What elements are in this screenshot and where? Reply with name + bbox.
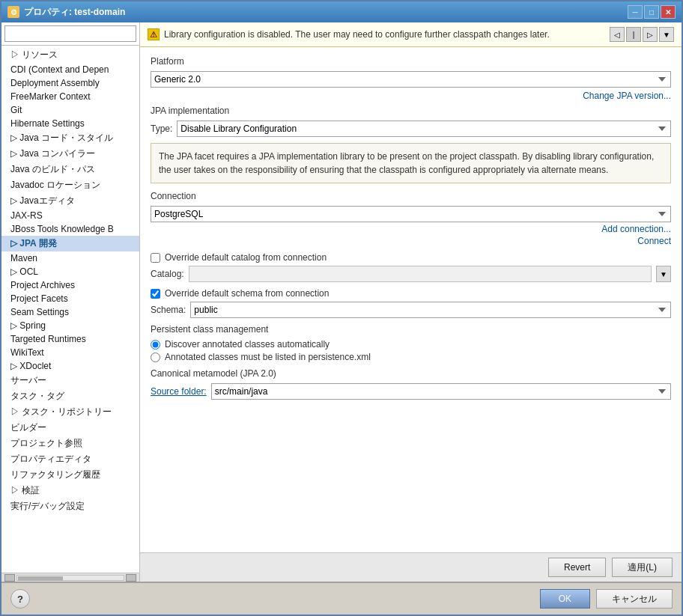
jpa-type-label: Type:: [151, 123, 172, 134]
window-controls: ─ □ ✕: [628, 5, 676, 19]
bottom-bar: Revert 適用(L): [140, 552, 682, 582]
nav-separator: |: [626, 27, 641, 42]
tree-item-freemarker[interactable]: FreeMarker Context: [1, 90, 139, 103]
change-jpa-link-container: Change JPA version...: [151, 91, 671, 101]
nav-forward-button[interactable]: ▷: [643, 27, 658, 42]
tree-item-targeted-runtimes[interactable]: Targeted Runtimes: [1, 332, 139, 346]
left-panel: ▷ リソース CDI (Context and Depen Deployment…: [1, 22, 140, 582]
help-button[interactable]: ?: [10, 589, 30, 609]
persistent-radio1-row: Discover annotated classes automatically: [151, 339, 671, 350]
jpa-label: JPA implementation: [151, 106, 671, 116]
platform-dropdown[interactable]: Generic 2.0: [151, 71, 671, 88]
tree-item-resources[interactable]: ▷ リソース: [1, 47, 139, 63]
tree-item-jpa[interactable]: ▷ JPA 開発: [1, 236, 139, 251]
jpa-type-row: Type: Disable Library Configuration: [151, 121, 671, 137]
tree-item-deployment-assembly[interactable]: Deployment Assembly: [1, 76, 139, 90]
tree-item-validation[interactable]: ▷ 検証: [1, 483, 139, 498]
tree-item-server[interactable]: サーバー: [1, 373, 139, 388]
persistent-radio2-row: Annotated classes must be listed in pers…: [151, 352, 671, 362]
tree-item-builder[interactable]: ビルダー: [1, 420, 139, 436]
canonical-label: Canonical metamodel (JPA 2.0): [151, 368, 671, 379]
tree-item-xdoclet[interactable]: ▷ XDoclet: [1, 359, 139, 373]
schema-dropdown[interactable]: public: [190, 302, 671, 318]
persistent-label: Persistent class management: [151, 324, 671, 335]
right-panel: ⚠ Library configuration is disabled. The…: [140, 22, 682, 582]
cancel-button[interactable]: キャンセル: [596, 589, 673, 609]
catalog-label: Catalog:: [151, 269, 184, 279]
override-catalog-checkbox[interactable]: [151, 253, 160, 263]
tree-item-maven[interactable]: Maven: [1, 251, 139, 265]
tree-item-java-code-style[interactable]: ▷ Java コード・スタイル: [1, 130, 139, 146]
connect-link[interactable]: Connect: [637, 236, 671, 246]
persistent-section: Persistent class management Discover ann…: [151, 324, 671, 362]
main-window: ⚙ プロパティ: test-domain ─ □ ✕ ▷ リソース CDI (C…: [0, 0, 683, 616]
catalog-dropdown-btn[interactable]: ▼: [656, 266, 671, 282]
maximize-button[interactable]: □: [644, 5, 659, 19]
source-folder-link[interactable]: Source folder:: [151, 386, 207, 397]
tree-item-java-compiler[interactable]: ▷ Java コンパイラー: [1, 146, 139, 162]
search-input[interactable]: [4, 25, 136, 42]
tree-item-git[interactable]: Git: [1, 103, 139, 117]
schema-label: Schema:: [151, 305, 186, 315]
scroll-left-btn[interactable]: [4, 574, 15, 582]
warning-nav: ◁ | ▷ ▼: [610, 27, 674, 42]
window-title: プロパティ: test-domain: [24, 6, 628, 19]
tree-item-properties-editor[interactable]: プロパティエディタ: [1, 451, 139, 467]
warning-bar: ⚠ Library configuration is disabled. The…: [140, 22, 682, 47]
main-content: Platform Generic 2.0 Change JPA version.…: [140, 47, 682, 552]
tree-item-ocl[interactable]: ▷ OCL: [1, 265, 139, 278]
override-schema-checkbox[interactable]: [151, 289, 160, 299]
catalog-input[interactable]: [189, 266, 652, 282]
apply-button[interactable]: 適用(L): [612, 558, 673, 577]
close-button[interactable]: ✕: [661, 5, 676, 19]
connection-label: Connection: [151, 191, 671, 201]
tree-area: ▷ リソース CDI (Context and Depen Deployment…: [1, 46, 139, 573]
listed-label: Annotated classes must be listed in pers…: [165, 352, 371, 362]
platform-label: Platform: [151, 56, 671, 67]
nav-down-button[interactable]: ▼: [659, 27, 674, 42]
title-bar: ⚙ プロパティ: test-domain ─ □ ✕: [1, 1, 682, 22]
nav-back-button[interactable]: ◁: [610, 27, 625, 42]
tree-item-refactoring[interactable]: リファクタリング履歴: [1, 467, 139, 483]
source-folder-dropdown[interactable]: src/main/java: [211, 383, 671, 400]
change-jpa-link[interactable]: Change JPA version...: [583, 91, 671, 101]
tree-item-task-tag[interactable]: タスク・タグ: [1, 388, 139, 404]
tree-item-cdi[interactable]: CDI (Context and Depen: [1, 63, 139, 76]
override-schema-label: Override default schema from connection: [165, 288, 329, 299]
scroll-right-btn[interactable]: [126, 574, 136, 582]
tree-item-project-ref[interactable]: プロジェクト参照: [1, 436, 139, 451]
tree-item-hibernate[interactable]: Hibernate Settings: [1, 117, 139, 130]
tree-item-task-repository[interactable]: ▷ タスク・リポジトリー: [1, 404, 139, 420]
dialog-footer: ? OK キャンセル: [1, 582, 682, 615]
tree-item-wikitext[interactable]: WikiText: [1, 346, 139, 359]
tree-item-spring[interactable]: ▷ Spring: [1, 319, 139, 332]
override-schema-row: Override default schema from connection: [151, 288, 671, 299]
ok-button[interactable]: OK: [540, 589, 590, 609]
tree-item-javadoc[interactable]: Javadoc ロケーション: [1, 177, 139, 193]
tree-item-java-build-path[interactable]: Java のビルド・パス: [1, 162, 139, 177]
revert-button[interactable]: Revert: [548, 558, 606, 577]
tree-item-jax-rs[interactable]: JAX-RS: [1, 209, 139, 222]
tree-item-seam[interactable]: Seam Settings: [1, 305, 139, 319]
app-icon: ⚙: [7, 6, 19, 18]
content-area: ▷ リソース CDI (Context and Depen Deployment…: [1, 22, 682, 582]
catalog-row: Catalog: ▼: [151, 266, 671, 282]
minimize-button[interactable]: ─: [628, 5, 643, 19]
connection-dropdown[interactable]: PostgreSQL: [151, 206, 671, 222]
jpa-info-box: The JPA facet requires a JPA implementat…: [151, 143, 671, 183]
tree-item-project-facets[interactable]: Project Facets: [1, 292, 139, 305]
scroll-thumb[interactable]: [18, 576, 63, 581]
footer-right: OK キャンセル: [540, 589, 673, 609]
jpa-type-dropdown[interactable]: Disable Library Configuration: [177, 121, 671, 137]
discover-radio[interactable]: [151, 340, 160, 350]
add-connection-link[interactable]: Add connection...: [601, 224, 671, 234]
tree-item-project-archives[interactable]: Project Archives: [1, 278, 139, 292]
listed-radio[interactable]: [151, 353, 160, 362]
tree-item-run-debug[interactable]: 実行/デバッグ設定: [1, 498, 139, 514]
override-catalog-row: Override default catalog from connection: [151, 252, 671, 263]
tree-item-java-editor[interactable]: ▷ Javaエディタ: [1, 193, 139, 209]
left-scrollbar[interactable]: [1, 573, 139, 582]
search-box: [1, 22, 139, 46]
tree-item-jboss[interactable]: JBoss Tools Knowledge B: [1, 222, 139, 236]
warning-text: Library configuration is disabled. The u…: [164, 29, 605, 40]
